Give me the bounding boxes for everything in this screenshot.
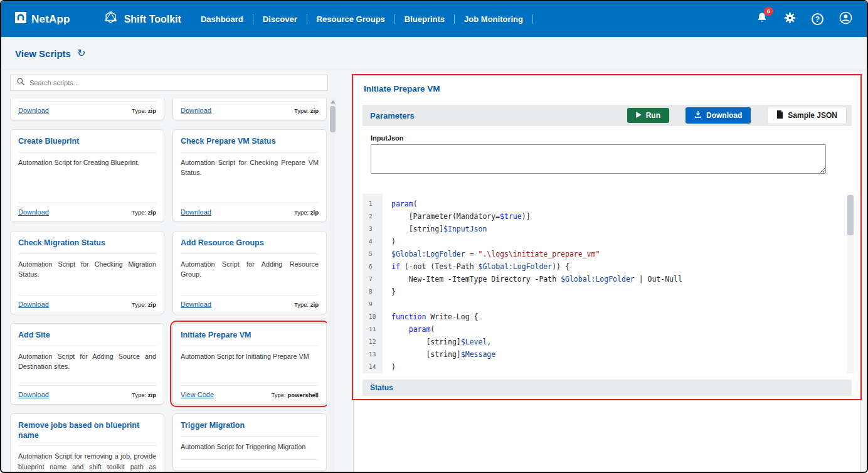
- script-card-add-resource-groups[interactable]: Add Resource GroupsAutomation Script for…: [172, 231, 327, 314]
- code-line: [Parameter(Mandatory=$true)]: [391, 210, 847, 223]
- card-title-divider: [181, 152, 319, 152]
- script-card[interactable]: DownloadType: zip: [172, 98, 327, 120]
- card-title: Add Site: [18, 331, 156, 341]
- download-link[interactable]: Download: [181, 300, 211, 308]
- nav-item-dashboard[interactable]: Dashboard: [191, 14, 253, 24]
- card-footer: DownloadType: zip: [181, 300, 319, 308]
- script-card-add-site[interactable]: Add SiteAutomation Script for Adding Sou…: [10, 323, 164, 405]
- script-card-check-prepare-vm-status[interactable]: Check Prepare VM StatusAutomation Script…: [172, 129, 327, 222]
- code-scrollbar[interactable]: [847, 194, 854, 373]
- card-title: Check Migration Status: [18, 238, 156, 248]
- card-description: Automation Script for removing a job, pr…: [18, 451, 156, 473]
- script-card[interactable]: DownloadType: zip: [10, 98, 164, 120]
- download-icon: [694, 110, 702, 120]
- script-card-initiate-prepare-vm[interactable]: Initiate Prepare VMAutomation Script for…: [172, 323, 327, 405]
- user-menu-button[interactable]: [839, 11, 853, 28]
- sample-json-button-label: Sample JSON: [788, 111, 837, 120]
- card-description: Automation Script for Checking Prepare V…: [181, 157, 319, 178]
- netapp-logo-icon: [15, 12, 26, 26]
- code-token: ): [391, 237, 396, 246]
- run-button[interactable]: Run: [627, 108, 669, 123]
- card-description: Automation Script for Initiating Prepare…: [181, 351, 319, 362]
- refresh-icon[interactable]: ↻: [77, 48, 85, 58]
- card-title-divider: [18, 346, 156, 346]
- app-window: NetApp Shift Toolkit DashboardDiscoverRe…: [0, 0, 868, 473]
- code-line-numbers: 1234567891011121314: [363, 194, 383, 373]
- card-title: Initiate Prepare VM: [181, 331, 319, 341]
- card-row: Remove jobs based on blueprint nameAutom…: [10, 413, 327, 473]
- nav-item-blueprints[interactable]: Blueprints: [395, 14, 455, 24]
- help-button[interactable]: ?: [812, 13, 823, 25]
- search-input[interactable]: [29, 79, 322, 87]
- code-token: if: [391, 262, 400, 271]
- card-footer-divider: [181, 459, 319, 460]
- line-number: 6: [369, 260, 383, 273]
- settings-button[interactable]: [783, 11, 797, 27]
- code-token: | Out-Null: [635, 275, 682, 284]
- script-card-check-migration-status[interactable]: Check Migration StatusAutomation Script …: [10, 231, 164, 314]
- code-token: ): [391, 363, 396, 371]
- inputjson-textarea[interactable]: [371, 144, 826, 174]
- run-button-label: Run: [646, 111, 660, 120]
- script-card-create-blueprint[interactable]: Create BlueprintAutomation Script for Cr…: [10, 129, 164, 222]
- card-spacer: [18, 280, 156, 290]
- code-line: [391, 298, 847, 311]
- code-token: $Level: [461, 337, 487, 346]
- view-code-link[interactable]: View Code: [181, 391, 214, 398]
- code-scroll-thumb[interactable]: [847, 195, 854, 235]
- card-list-scroll-thumb[interactable]: [330, 106, 336, 132]
- card-footer-divider: [181, 203, 319, 203]
- card-row: Add SiteAutomation Script for Adding Sou…: [10, 323, 327, 405]
- nav-item-resource-groups[interactable]: Resource Groups: [307, 14, 395, 24]
- download-link[interactable]: Download: [181, 107, 211, 114]
- card-footer: DownloadType: zip: [18, 107, 156, 114]
- card-title-divider: [181, 253, 319, 254]
- app-title: Shift Toolkit: [124, 14, 181, 25]
- code-line: [string]$Message: [391, 348, 847, 361]
- code-token: [string]: [391, 337, 461, 346]
- notifications-button[interactable]: 6: [756, 11, 768, 27]
- card-type: Type: zip: [294, 209, 319, 216]
- script-detail-panel: Initiate Prepare VM Parameters Run Downl…: [353, 75, 860, 473]
- download-link[interactable]: Download: [18, 208, 49, 216]
- card-title: Trigger Migration: [181, 421, 319, 431]
- script-card-trigger-migration[interactable]: Trigger MigrationAutomation Script for T…: [172, 413, 327, 471]
- code-line: ): [391, 235, 847, 248]
- code-token: $Global:LogFolder: [391, 250, 465, 258]
- card-type: Type: zip: [132, 107, 156, 114]
- code-line: $Global:LogFolder = ".\logs\initiate_pre…: [391, 248, 847, 260]
- download-link[interactable]: Download: [18, 300, 49, 308]
- download-link[interactable]: Download: [18, 391, 49, 398]
- shift-toolkit-icon: [103, 10, 119, 28]
- script-card-remove-jobs-based-on-blueprint-name[interactable]: Remove jobs based on blueprint nameAutom…: [10, 413, 164, 473]
- line-number: 10: [369, 311, 383, 323]
- line-number: 3: [369, 223, 383, 235]
- card-title-divider: [18, 445, 156, 446]
- card-description: Automation Script for Checking Migration…: [18, 259, 156, 280]
- help-icon: ?: [812, 13, 823, 25]
- code-token: function: [391, 312, 426, 321]
- code-line: function Write-Log {: [391, 311, 847, 323]
- code-token: [string]: [391, 225, 443, 233]
- sample-json-button[interactable]: Sample JSON: [767, 107, 847, 124]
- code-token: $InputJson: [443, 225, 487, 233]
- code-token: =: [465, 250, 479, 258]
- script-card-list: DownloadType: zipDownloadType: zipCreate…: [10, 98, 327, 473]
- download-link[interactable]: Download: [18, 107, 49, 114]
- code-token: [391, 325, 409, 334]
- card-footer-divider: [18, 385, 156, 386]
- card-type: Type: zip: [294, 107, 319, 114]
- download-link[interactable]: Download: [181, 208, 211, 216]
- download-button[interactable]: Download: [685, 107, 751, 124]
- code-line: New-Item -ItemType Directory -Path $Glob…: [391, 273, 847, 285]
- code-viewer: 1234567891011121314 param( [Parameter(Ma…: [363, 194, 854, 373]
- shift-toolkit-brand[interactable]: Shift Toolkit: [103, 10, 181, 28]
- card-footer-divider: [181, 385, 319, 386]
- netapp-brand[interactable]: NetApp: [15, 12, 70, 26]
- code-content[interactable]: param( [Parameter(Mandatory=$true)] [str…: [383, 194, 847, 373]
- card-description: Automation Script for Triggering Migrati…: [181, 442, 319, 452]
- nav-item-job-monitoring[interactable]: Job Monitoring: [455, 14, 533, 24]
- card-list-scrollbar[interactable]: [330, 98, 336, 473]
- page-title-row: View Scripts ↻: [1, 37, 867, 70]
- nav-item-discover[interactable]: Discover: [253, 14, 307, 24]
